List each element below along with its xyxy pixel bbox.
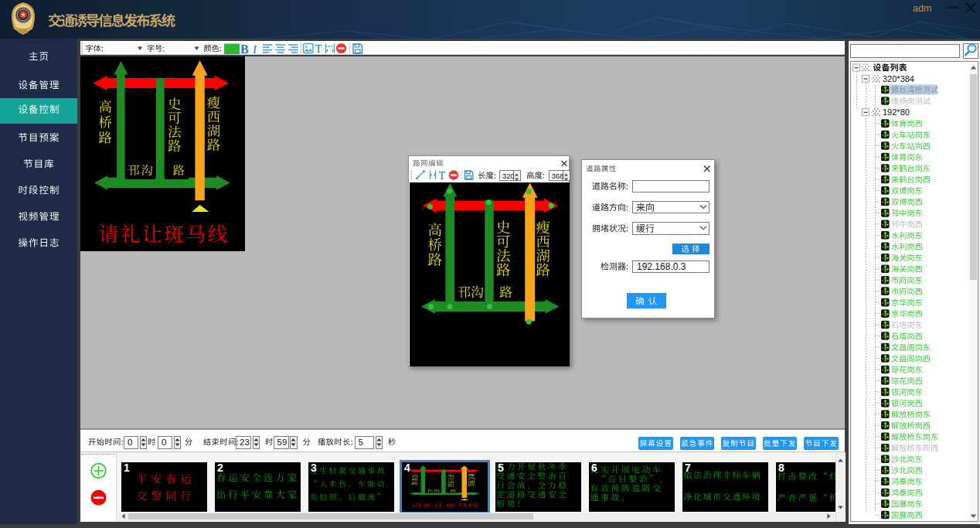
svg-text:320*384: 320*384 — [883, 74, 914, 83]
svg-text:I: I — [252, 43, 257, 56]
svg-text:5: 5 — [498, 462, 504, 474]
svg-text:adm: adm — [913, 3, 931, 14]
svg-text:192*80: 192*80 — [883, 107, 910, 117]
svg-text:T: T — [439, 170, 446, 182]
svg-text:8: 8 — [778, 462, 784, 474]
svg-text:1: 1 — [124, 462, 130, 474]
svg-text:2: 2 — [217, 462, 223, 474]
svg-text:T: T — [315, 43, 322, 55]
svg-text:6: 6 — [591, 462, 597, 474]
svg-text:B: B — [240, 43, 249, 56]
svg-text:4: 4 — [404, 462, 410, 474]
svg-text:7: 7 — [685, 462, 691, 474]
svg-text:3: 3 — [311, 462, 317, 474]
